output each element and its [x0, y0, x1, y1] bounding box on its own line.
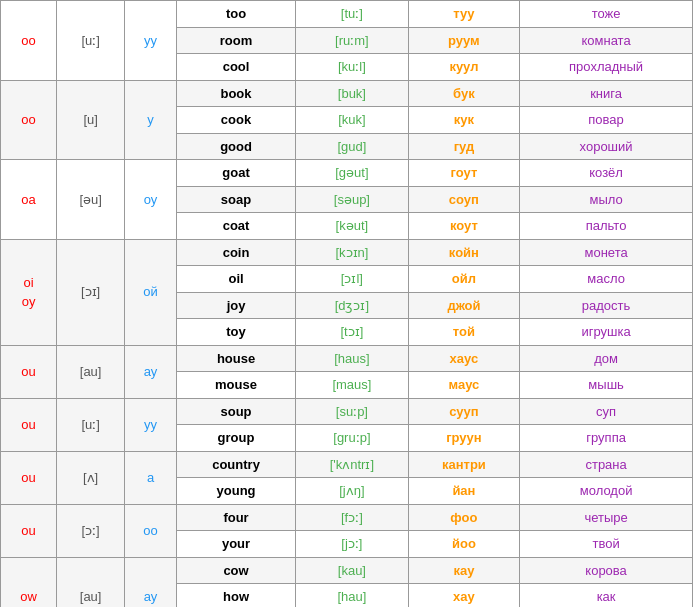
english-word-cell: soap: [176, 186, 295, 213]
phonetic-cell: [kɔɪn]: [296, 239, 409, 266]
english-word-cell: coin: [176, 239, 295, 266]
translation-cell: комната: [520, 27, 693, 54]
phonetic-cell: [kau]: [296, 557, 409, 584]
kyrgyz-cell: йан: [408, 478, 520, 505]
transcription-cell: [əu]: [57, 160, 125, 240]
phonetic-cell: [jɔː]: [296, 531, 409, 558]
phonetic-cell: [maus]: [296, 372, 409, 399]
letters-cell: oo: [1, 80, 57, 160]
translation-cell: масло: [520, 266, 693, 293]
english-word-cell: book: [176, 80, 295, 107]
phonetic-cell: [ruːm]: [296, 27, 409, 54]
english-word-cell: good: [176, 133, 295, 160]
transcription-cell: [uː]: [57, 398, 125, 451]
transcription-cell: [u]: [57, 80, 125, 160]
phonetic-cell: [kuːl]: [296, 54, 409, 81]
kyrgyz-cell: сууп: [408, 398, 520, 425]
english-word-cell: toy: [176, 319, 295, 346]
english-word-cell: four: [176, 504, 295, 531]
transcription-cell: [au]: [57, 345, 125, 398]
letters-cell: oo: [1, 1, 57, 81]
transcription-cell: [au]: [57, 557, 125, 607]
english-word-cell: coat: [176, 213, 295, 240]
kyrgyz-cell: фоо: [408, 504, 520, 531]
english-word-cell: room: [176, 27, 295, 54]
phonetic-cell: [tuː]: [296, 1, 409, 28]
phonetic-cell: [kuk]: [296, 107, 409, 134]
translation-cell: дом: [520, 345, 693, 372]
english-word-cell: cook: [176, 107, 295, 134]
kyrgyz-cell: ойл: [408, 266, 520, 293]
english-word-cell: your: [176, 531, 295, 558]
phonetic-cell: [hau]: [296, 584, 409, 608]
ru-letters-cell: ой: [125, 239, 177, 345]
ru-letters-cell: ау: [125, 557, 177, 607]
ru-letters-cell: a: [125, 451, 177, 504]
translation-cell: радость: [520, 292, 693, 319]
ru-letters-cell: y: [125, 80, 177, 160]
transcription-cell: [uː]: [57, 1, 125, 81]
kyrgyz-cell: кук: [408, 107, 520, 134]
ru-letters-cell: уу: [125, 1, 177, 81]
table-row: ou[ɔː]ооfour[fɔː]фоочетыре: [1, 504, 693, 531]
translation-cell: твой: [520, 531, 693, 558]
english-word-cell: joy: [176, 292, 295, 319]
english-word-cell: cool: [176, 54, 295, 81]
english-word-cell: oil: [176, 266, 295, 293]
kyrgyz-cell: той: [408, 319, 520, 346]
transcription-cell: [ɔː]: [57, 504, 125, 557]
phonetic-cell: [dʒɔɪ]: [296, 292, 409, 319]
kyrgyz-cell: груун: [408, 425, 520, 452]
kyrgyz-cell: маус: [408, 372, 520, 399]
kyrgyz-cell: хаус: [408, 345, 520, 372]
ru-letters-cell: оо: [125, 504, 177, 557]
kyrgyz-cell: соуп: [408, 186, 520, 213]
phonetic-cell: [buk]: [296, 80, 409, 107]
english-word-cell: young: [176, 478, 295, 505]
phonetic-cell: [fɔː]: [296, 504, 409, 531]
table-row: oo[u]ybook[buk]буккнига: [1, 80, 693, 107]
kyrgyz-cell: туу: [408, 1, 520, 28]
translation-cell: группа: [520, 425, 693, 452]
table-row: ou[au]ауhouse[haus]хаусдом: [1, 345, 693, 372]
ru-letters-cell: уу: [125, 398, 177, 451]
letters-cell: ou: [1, 504, 57, 557]
english-word-cell: country: [176, 451, 295, 478]
english-word-cell: how: [176, 584, 295, 608]
letters-cell: ow: [1, 557, 57, 607]
letters-cell: oa: [1, 160, 57, 240]
table-row: oa[əu]оуgoat[gəut]гоуткозёл: [1, 160, 693, 187]
translation-cell: мышь: [520, 372, 693, 399]
phonetic-cell: [suːp]: [296, 398, 409, 425]
english-word-cell: soup: [176, 398, 295, 425]
english-word-cell: too: [176, 1, 295, 28]
letters-cell: ou: [1, 345, 57, 398]
letters-cell: oi oy: [1, 239, 57, 345]
translation-cell: мыло: [520, 186, 693, 213]
kyrgyz-cell: джой: [408, 292, 520, 319]
kyrgyz-cell: коут: [408, 213, 520, 240]
translation-cell: книга: [520, 80, 693, 107]
table-row: oo[uː]ууtoo[tuː]туутоже: [1, 1, 693, 28]
kyrgyz-cell: йоо: [408, 531, 520, 558]
translation-cell: суп: [520, 398, 693, 425]
phonetic-cell: [gruːp]: [296, 425, 409, 452]
translation-cell: корова: [520, 557, 693, 584]
english-word-cell: cow: [176, 557, 295, 584]
table-row: ow[au]ауcow[kau]каукорова: [1, 557, 693, 584]
translation-cell: повар: [520, 107, 693, 134]
kyrgyz-cell: кантри: [408, 451, 520, 478]
phonetic-cell: [jʌŋ]: [296, 478, 409, 505]
phonetic-cell: [tɔɪ]: [296, 319, 409, 346]
translation-cell: пальто: [520, 213, 693, 240]
transcription-cell: [ɔɪ]: [57, 239, 125, 345]
translation-cell: монета: [520, 239, 693, 266]
translation-cell: тоже: [520, 1, 693, 28]
table-row: oi oy[ɔɪ]ойcoin[kɔɪn]койнмонета: [1, 239, 693, 266]
kyrgyz-cell: бук: [408, 80, 520, 107]
phonetic-cell: [səup]: [296, 186, 409, 213]
phonetic-cell: [haus]: [296, 345, 409, 372]
translation-cell: козёл: [520, 160, 693, 187]
translation-cell: страна: [520, 451, 693, 478]
table-row: ou[ʌ]acountry['kʌntrɪ]кантристрана: [1, 451, 693, 478]
